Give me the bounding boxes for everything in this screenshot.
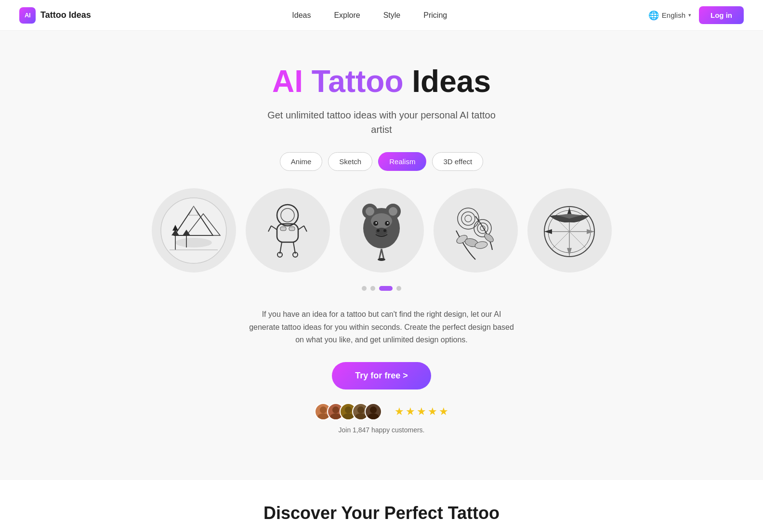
star-3: ★	[417, 405, 426, 418]
tab-sketch[interactable]: Sketch	[328, 152, 372, 171]
hero-title-ideas: Ideas	[412, 64, 491, 99]
carousel-dot-4[interactable]	[396, 286, 401, 291]
tattoo-image-bear	[340, 188, 424, 272]
language-selector[interactable]: 🌐 English ▾	[648, 10, 691, 21]
svg-line-18	[298, 226, 304, 230]
svg-point-40	[458, 208, 479, 229]
nav-pricing[interactable]: Pricing	[423, 11, 447, 20]
carousel-dot-2[interactable]	[370, 286, 375, 291]
svg-point-69	[368, 413, 379, 420]
hero-title-ai: AI	[272, 64, 303, 99]
tattoo-image-roses	[434, 188, 518, 272]
star-ratings: ★ ★ ★ ★ ★	[395, 405, 448, 418]
star-5: ★	[439, 405, 448, 418]
svg-point-60	[320, 406, 327, 413]
logo-icon-text: AI	[25, 12, 30, 19]
star-2: ★	[406, 405, 415, 418]
logo-area: AI Tattoo Ideas	[19, 7, 91, 24]
svg-point-62	[332, 406, 339, 413]
discover-section: Discover Your Perfect Tattoo	[0, 480, 763, 532]
carousel-dot-1[interactable]	[362, 286, 367, 291]
social-proof: ★ ★ ★ ★ ★ Join 1,847 happy customers.	[315, 403, 448, 434]
tattoo-svg-forest	[160, 197, 227, 264]
login-button[interactable]: Log in	[699, 6, 744, 24]
svg-rect-13	[277, 224, 298, 242]
hero-title-tattoo: Tattoo	[312, 64, 404, 99]
user-avatars	[315, 403, 382, 420]
discover-title: Discover Your Perfect Tattoo	[19, 503, 744, 523]
tattoo-svg-roses	[442, 197, 509, 264]
tattoo-svg-astronaut	[254, 197, 321, 264]
svg-point-66	[357, 406, 364, 413]
svg-line-38	[382, 249, 384, 260]
tattoo-svg-bear	[348, 197, 415, 264]
svg-point-64	[345, 406, 352, 413]
nav-explore[interactable]: Explore	[334, 11, 360, 20]
cta-try-free-button[interactable]: Try for free >	[332, 362, 431, 389]
customer-count: Join 1,847 happy customers.	[339, 426, 425, 434]
svg-point-35	[377, 229, 380, 232]
svg-point-12	[281, 208, 294, 222]
svg-point-29	[371, 213, 392, 229]
logo-icon[interactable]: AI	[19, 7, 36, 24]
navbar-actions: 🌐 English ▾ Log in	[648, 6, 744, 24]
hero-section: AI Tattoo Ideas Get unlimited tattoo ide…	[0, 31, 763, 480]
nav-links: Ideas Explore Style Pricing	[292, 11, 447, 20]
feature-description: If you have an idea for a tattoo but can…	[247, 308, 516, 346]
svg-point-32	[376, 222, 377, 223]
avatar-5	[365, 403, 382, 420]
nav-style[interactable]: Style	[383, 11, 401, 20]
svg-marker-57	[567, 248, 572, 256]
svg-point-44	[477, 223, 488, 234]
proof-row: ★ ★ ★ ★ ★	[315, 403, 448, 420]
site-name: Tattoo Ideas	[40, 10, 91, 20]
tab-3d[interactable]: 3D effect	[432, 152, 483, 171]
style-tabs: Anime Sketch Realism 3D effect	[280, 152, 483, 171]
carousel-dots	[362, 286, 401, 291]
tattoo-svg-compass	[536, 197, 603, 264]
tab-realism[interactable]: Realism	[378, 152, 426, 171]
svg-point-33	[387, 222, 389, 223]
svg-point-36	[383, 229, 386, 232]
svg-point-27	[366, 207, 374, 216]
svg-point-41	[461, 212, 475, 225]
svg-point-28	[389, 207, 397, 216]
svg-line-17	[268, 226, 271, 232]
tattoo-image-forest	[152, 188, 236, 272]
tab-anime[interactable]: Anime	[280, 152, 323, 171]
navbar: AI Tattoo Ideas Ideas Explore Style Pric…	[0, 0, 763, 31]
chevron-down-icon: ▾	[688, 12, 691, 18]
hero-title: AI Tattoo Ideas	[272, 65, 491, 98]
svg-point-68	[370, 406, 377, 413]
carousel-dot-3[interactable]	[379, 286, 393, 291]
star-1: ★	[395, 405, 404, 418]
tattoo-image-compass	[527, 188, 612, 272]
tattoo-images-row	[152, 188, 612, 272]
svg-line-19	[304, 226, 307, 232]
svg-line-16	[271, 226, 277, 230]
nav-ideas[interactable]: Ideas	[292, 11, 311, 20]
svg-rect-14	[280, 227, 286, 231]
globe-icon: 🌐	[648, 10, 659, 21]
hero-subtitle: Get unlimited tattoo ideas with your per…	[256, 108, 507, 137]
star-4: ★	[428, 405, 437, 418]
language-label: English	[662, 11, 685, 19]
svg-rect-15	[289, 227, 295, 231]
svg-point-42	[465, 215, 472, 222]
svg-point-39	[378, 258, 385, 261]
svg-point-4	[175, 238, 212, 247]
tattoo-image-astronaut	[246, 188, 330, 272]
